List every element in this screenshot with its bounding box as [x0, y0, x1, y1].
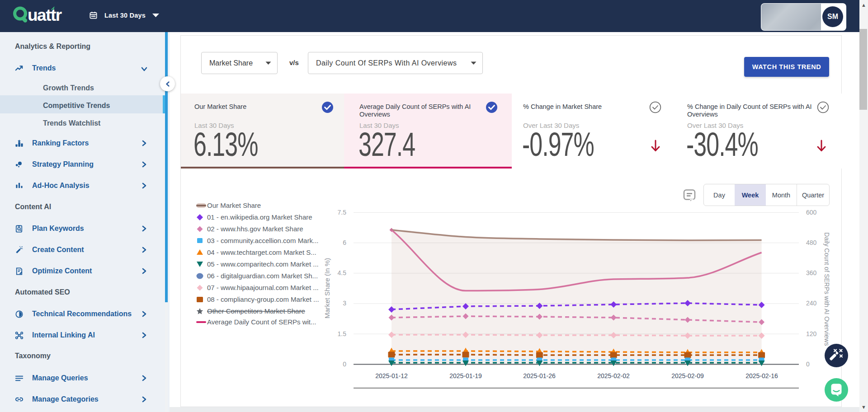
svg-text:08 - compliancy-group.com Mark: 08 - compliancy-group.com Market ...	[207, 295, 319, 303]
svg-text:2025-02-02: 2025-02-02	[597, 372, 630, 379]
svg-text:480: 480	[806, 239, 817, 246]
svg-text:07 - www.hipaajournal.com Mark: 07 - www.hipaajournal.com Market ...	[207, 284, 319, 291]
svg-text:2025-01-12: 2025-01-12	[375, 372, 408, 379]
svg-text:Market Share (In %): Market Share (In %)	[323, 258, 331, 318]
svg-text:uattr: uattr	[28, 6, 62, 24]
svg-text:2025-01-26: 2025-01-26	[523, 372, 556, 379]
svg-text:0: 0	[806, 360, 810, 368]
svg-text:0: 0	[343, 360, 346, 368]
svg-text:1.5: 1.5	[338, 330, 347, 337]
svg-text:Other Competitors Market Share: Other Competitors Market Share	[207, 307, 305, 315]
svg-text:7.5: 7.5	[338, 209, 347, 216]
svg-text:05 - www.comparitech.com Marke: 05 - www.comparitech.com Market ...	[207, 260, 319, 268]
svg-text:Our Market Share: Our Market Share	[207, 201, 261, 209]
svg-text:01 - en.wikipedia.org Market S: 01 - en.wikipedia.org Market Share	[207, 213, 312, 221]
svg-text:Average Daily Count of SERPs w: Average Daily Count of SERPs wit...	[207, 318, 316, 326]
svg-text:3: 3	[343, 300, 346, 307]
svg-text:2025-02-09: 2025-02-09	[671, 372, 704, 379]
svg-text:03 - community.accellion.com M: 03 - community.accellion.com Mark...	[207, 237, 318, 244]
svg-text:04 - www.techtarget.com Market: 04 - www.techtarget.com Market S...	[207, 248, 316, 256]
svg-text:2025-01-19: 2025-01-19	[449, 372, 482, 379]
svg-text:6: 6	[343, 239, 346, 246]
svg-text:4.5: 4.5	[338, 269, 347, 276]
svg-text:Daily Count of SERPs with AI O: Daily Count of SERPs with AI Overviews	[823, 232, 830, 346]
svg-text:2025-02-16: 2025-02-16	[745, 372, 778, 379]
svg-text:02 - www.hhs.gov Market Share: 02 - www.hhs.gov Market Share	[207, 225, 303, 233]
svg-text:06 - digitalguardian.com Marke: 06 - digitalguardian.com Market Sh...	[207, 272, 318, 280]
svg-text:360: 360	[806, 269, 817, 276]
svg-text:600: 600	[806, 209, 817, 216]
svg-text:120: 120	[806, 330, 817, 337]
svg-text:240: 240	[806, 300, 817, 307]
